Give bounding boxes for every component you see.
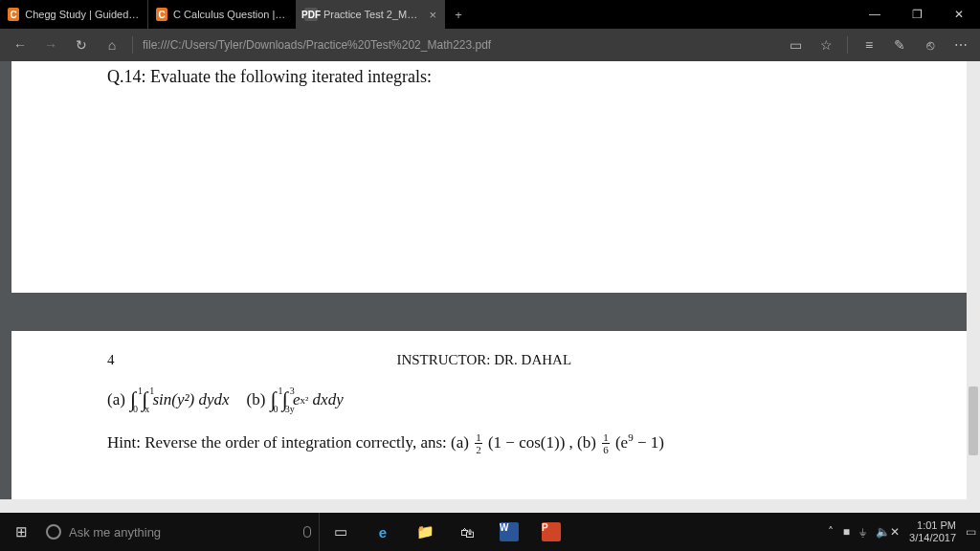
pdf-page-end: Q.14: Evaluate the following iterated in… [11, 61, 969, 293]
instructor-line: INSTRUCTOR: DR. DAHAL [115, 352, 855, 368]
pdf-viewport: Q.14: Evaluate the following iterated in… [0, 61, 980, 513]
tab-strip: C Chegg Study | Guided Solut C C Calculu… [0, 0, 854, 29]
new-tab-button[interactable]: + [445, 0, 472, 29]
chegg-favicon-icon: C [8, 8, 19, 21]
scroll-thumb[interactable] [969, 386, 978, 455]
refresh-button[interactable]: ↻ [67, 31, 96, 59]
task-view-icon[interactable]: ▭ [320, 513, 362, 551]
home-button[interactable]: ⌂ [98, 31, 126, 59]
word-icon[interactable]: W [488, 513, 530, 551]
address-actions: ▭ ☆ ≡ ✎ ⎋ ⋯ [782, 32, 974, 58]
store-icon[interactable]: 🛍 [446, 513, 488, 551]
search-placeholder: Ask me anything [69, 525, 161, 540]
url-input[interactable]: file:///C:/Users/Tyler/Downloads/Practic… [139, 38, 780, 52]
tab-chegg-study[interactable]: C Chegg Study | Guided Solut [0, 0, 148, 29]
action-center-icon[interactable]: ▭ [966, 525, 976, 539]
back-button[interactable]: ← [6, 31, 34, 59]
cortana-icon [46, 524, 61, 540]
reading-view-icon[interactable]: ▭ [782, 32, 809, 58]
hint-row: Hint: Reverse the order of integration c… [107, 412, 873, 455]
volume-icon[interactable]: 🔈✕ [876, 525, 900, 539]
hub-icon[interactable]: ≡ [856, 32, 882, 58]
start-button[interactable]: ⊞ [0, 523, 42, 540]
integral-b: (b) ∫10 ∫33y ex² dxdy [247, 387, 344, 412]
tab-label: Chegg Study | Guided Solut [25, 9, 140, 20]
page-header: 4 INSTRUCTOR: DR. DAHAL [107, 331, 873, 368]
taskbar: ⊞ Ask me anything ▭ e 📁 🛍 W P ˄ ■ ⏚ 🔈✕ 1… [0, 513, 980, 551]
task-icons: ▭ e 📁 🛍 W P [320, 513, 572, 551]
address-bar: ← → ↻ ⌂ file:///C:/Users/Tyler/Downloads… [0, 29, 980, 61]
date-text: 3/14/2017 [909, 532, 956, 544]
file-explorer-icon[interactable]: 📁 [404, 513, 446, 551]
close-window-button[interactable]: ✕ [938, 0, 980, 29]
separator [847, 36, 848, 54]
integrals-row: (a) ∫10 ∫1x sin(y²) dydx (b) ∫10 ∫33y ex… [107, 368, 873, 412]
question-14-heading: Q.14: Evaluate the following iterated in… [107, 61, 873, 87]
clock[interactable]: 1:01 PM 3/14/2017 [909, 519, 956, 544]
vertical-scrollbar[interactable] [967, 61, 980, 513]
powerpoint-icon[interactable]: P [530, 513, 572, 551]
cortana-search[interactable]: Ask me anything [42, 513, 320, 551]
integral-a: (a) ∫10 ∫1x sin(y²) dydx [107, 387, 230, 412]
edge-icon[interactable]: e [362, 513, 404, 551]
titlebar: C Chegg Study | Guided Solut C C Calculu… [0, 0, 980, 29]
pdf-favicon-icon: PDF [304, 8, 318, 21]
tray-chevron-icon[interactable]: ˄ [828, 525, 834, 539]
system-tray: ˄ ■ ⏚ 🔈✕ 1:01 PM 3/14/2017 ▭ [824, 513, 980, 551]
tab-calculus-question[interactable]: C C Calculus Question |Chegg [148, 0, 297, 29]
favorite-icon[interactable]: ☆ [813, 32, 839, 58]
chegg-favicon-icon: C [156, 8, 167, 21]
wifi-icon[interactable]: ⏚ [859, 525, 866, 539]
share-icon[interactable]: ⎋ [917, 32, 944, 58]
pdf-page-4: 4 INSTRUCTOR: DR. DAHAL (a) ∫10 ∫1x sin(… [11, 331, 969, 513]
more-icon[interactable]: ⋯ [947, 32, 974, 58]
battery-icon[interactable]: ■ [843, 525, 850, 539]
horizontal-scrollbar[interactable] [0, 499, 967, 513]
page-gap [0, 293, 980, 331]
window-controls: — ❐ ✕ [854, 0, 980, 29]
maximize-button[interactable]: ❐ [896, 0, 938, 29]
tab-label: Practice Test 2_Math223 [323, 9, 419, 20]
tab-practice-test[interactable]: PDF Practice Test 2_Math223 × [297, 0, 445, 29]
page-number: 4 [107, 352, 115, 368]
tab-label: C Calculus Question |Chegg [173, 9, 288, 20]
url-text: file:///C:/Users/Tyler/Downloads/Practic… [143, 38, 491, 52]
mic-icon[interactable] [303, 526, 311, 538]
separator [132, 36, 133, 54]
minimize-button[interactable]: — [854, 0, 896, 29]
close-tab-icon[interactable]: × [429, 8, 436, 22]
time-text: 1:01 PM [909, 519, 956, 532]
web-note-icon[interactable]: ✎ [886, 32, 913, 58]
forward-button[interactable]: → [36, 31, 65, 59]
